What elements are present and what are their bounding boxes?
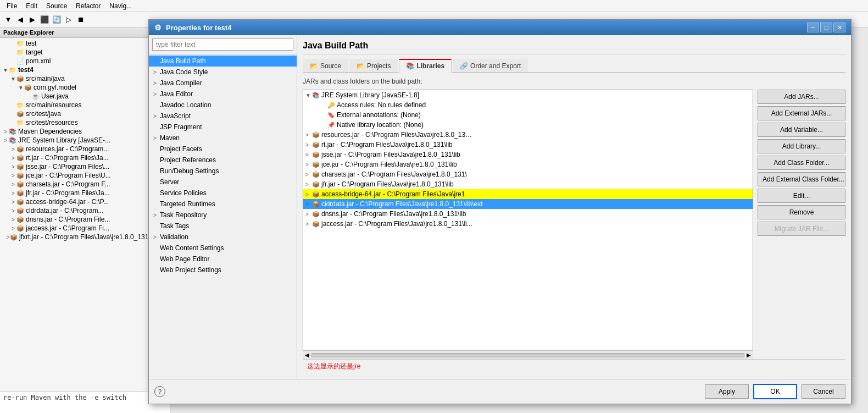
settings-item-maven[interactable]: > Maven	[149, 133, 297, 144]
lib-item-jce-jar-l[interactable]: > 📦 jce.jar - C:\Program Files\Java\jre1…	[303, 159, 753, 169]
toggle-test4[interactable]: ▼	[2, 67, 9, 73]
settings-item-project-references[interactable]: Project References	[149, 155, 297, 166]
tab-order-export[interactable]: 🔗 Order and Export	[453, 59, 528, 72]
libraries-tree[interactable]: ▼ 📚 JRE System Library [JavaSE-1.8] 🔑 Ac…	[303, 90, 753, 350]
settings-item-java-build-path[interactable]: Java Build Path	[149, 56, 297, 67]
menu-refactor[interactable]: Refactor	[71, 1, 105, 11]
toggle-access-bridge[interactable]: >	[10, 199, 16, 205]
lib-btn-add-variable[interactable]: Add Variable...	[758, 123, 845, 137]
settings-item-web-content-settings[interactable]: Web Content Settings	[149, 243, 297, 254]
tree-item-resources-jar[interactable]: > 📦 resources.jar - C:\Program...	[0, 145, 170, 153]
lib-toggle-cldrdata-l[interactable]: >	[305, 201, 312, 207]
lib-item-jfr-jar-l[interactable]: > 📦 jfr.jar - C:\Program Files\Java\jre1…	[303, 179, 753, 189]
toggle-resources-jar[interactable]: >	[10, 146, 16, 152]
h-scrollbar[interactable]: ◀ ▶	[303, 350, 753, 359]
si-toggle-java-editor[interactable]: >	[153, 91, 160, 97]
toggle-maven-deps[interactable]: >	[2, 129, 9, 135]
lib-toggle-jfr-jar-l[interactable]: >	[305, 181, 312, 188]
settings-item-service-policies[interactable]: Service Policies	[149, 188, 297, 199]
lib-btn-add-jars[interactable]: Add JARs...	[758, 90, 845, 104]
lib-item-cldrdata-l[interactable]: > 📦 cldrdata.jar - C:\Program Files\Java…	[303, 199, 753, 209]
menu-edit[interactable]: Edit	[21, 1, 42, 11]
settings-item-jsp-fragment[interactable]: JSP Fragment	[149, 122, 297, 133]
settings-item-task-tags[interactable]: Task Tags	[149, 221, 297, 232]
si-toggle-java-compiler[interactable]: >	[153, 80, 160, 86]
lib-item-jsse-jar-l[interactable]: > 📦 jsse.jar - C:\Program Files\Java\jre…	[303, 150, 753, 159]
ok-button[interactable]: OK	[753, 384, 797, 399]
tree-item-src-test-java[interactable]: 📦 src/test/java	[0, 109, 170, 118]
settings-item-task-repository[interactable]: > Task Repository	[149, 210, 297, 221]
toggle-com-gyf-model[interactable]: ▼	[18, 85, 24, 91]
menu-navig[interactable]: Navig...	[105, 1, 136, 11]
tree-item-jce-jar[interactable]: > 📦 jce.jar - C:\Program Files\U...	[0, 171, 170, 180]
settings-item-web-project-settings[interactable]: Web Project Settings	[149, 265, 297, 276]
settings-item-javadoc-location[interactable]: Javadoc Location	[149, 100, 297, 111]
tree-item-cldrdata[interactable]: > 📦 cldrdata.jar - C:\Program...	[0, 206, 170, 215]
tab-libraries[interactable]: 📚 Libraries	[399, 59, 452, 73]
cancel-button[interactable]: Cancel	[802, 384, 845, 399]
lib-btn-add-ext-class-folder[interactable]: Add External Class Folder...	[758, 172, 845, 186]
lib-btn-add-class-folder[interactable]: Add Class Folder...	[758, 156, 845, 170]
toggle-jaccess[interactable]: >	[10, 225, 16, 232]
dialog-minimize[interactable]: ─	[807, 23, 819, 32]
lib-toggle-resources-jar-l[interactable]: >	[305, 132, 312, 138]
tree-item-target[interactable]: 📁 target	[0, 48, 170, 57]
settings-item-java-editor[interactable]: > Java Editor	[149, 89, 297, 100]
toggle-rt-jar[interactable]: >	[10, 155, 16, 161]
toolbar-btn-6[interactable]: ▷	[63, 14, 75, 26]
settings-item-project-facets[interactable]: Project Facets	[149, 144, 297, 155]
lib-toggle-jaccess-l[interactable]: >	[305, 221, 312, 227]
tree-item-com-gyf-model[interactable]: ▼ 📦 com.gyf.model	[0, 83, 170, 92]
package-explorer-tree[interactable]: 📁 test 📁 target 📄 pom.xml ▼ 📁 test4 ▼ 📦 …	[0, 38, 170, 391]
settings-item-validation[interactable]: > Validation	[149, 232, 297, 243]
tree-item-jre-sys[interactable]: > 📚 JRE System Library [JavaSE-...	[0, 136, 170, 145]
lib-toggle-jce-jar-l[interactable]: >	[305, 162, 312, 168]
tree-item-rt-jar[interactable]: > 📦 rt.jar - C:\Program Files\Ja...	[0, 153, 170, 162]
tree-item-user-java[interactable]: ☕ User.java	[0, 92, 170, 101]
dialog-maximize[interactable]: □	[820, 23, 832, 32]
lib-toggle-charsets-jar-l[interactable]: >	[305, 172, 312, 178]
toolbar-btn-4[interactable]: ⬛	[38, 14, 51, 26]
tree-item-jsse-jar[interactable]: > 📦 jsse.jar - C:\Program Files\...	[0, 162, 170, 171]
settings-item-targeted-runtimes[interactable]: Targeted Runtimes	[149, 199, 297, 210]
apply-button[interactable]: Apply	[705, 384, 749, 399]
lib-btn-add-library[interactable]: Add Library...	[758, 139, 845, 153]
lib-item-rt-jar-l[interactable]: > 📦 rt.jar - C:\Program Files\Java\jre1.…	[303, 140, 753, 150]
si-toggle-maven[interactable]: >	[153, 135, 160, 141]
tab-source[interactable]: 📂 Source	[303, 59, 348, 72]
menu-file[interactable]: File	[2, 1, 21, 11]
si-toggle-task-repository[interactable]: >	[153, 212, 160, 218]
tree-item-jaccess[interactable]: > 📦 jaccess.jar - C:\Program Fi...	[0, 224, 170, 233]
menu-source[interactable]: Source	[42, 1, 71, 11]
lib-toggle-jre-system[interactable]: ▼	[305, 92, 312, 98]
si-toggle-validation[interactable]: >	[153, 234, 160, 240]
toggle-src-main-java[interactable]: ▼	[10, 76, 16, 82]
tab-projects[interactable]: 📂 Projects	[349, 59, 398, 72]
filter-input[interactable]	[152, 38, 293, 51]
settings-item-server[interactable]: Server	[149, 177, 297, 188]
tree-item-jfxrt[interactable]: > 📦 jfxrt.jar - C:\Program Files\Java\jr…	[0, 233, 170, 241]
lib-item-native-lib[interactable]: 📌 Native library location: (None)	[303, 120, 753, 130]
lib-toggle-access-bridge-l[interactable]: >	[305, 191, 312, 197]
scroll-left[interactable]: ◀	[305, 352, 309, 358]
toolbar-btn-2[interactable]: ◀	[14, 14, 26, 26]
scroll-right[interactable]: ▶	[747, 352, 751, 358]
dialog-close[interactable]: ✕	[833, 23, 845, 32]
help-button[interactable]: ?	[154, 386, 165, 397]
toolbar-btn-3[interactable]: ▶	[26, 14, 38, 26]
si-toggle-java-code-style[interactable]: >	[153, 69, 160, 75]
tree-item-maven-deps[interactable]: > 📚 Maven Dependencies	[0, 127, 170, 136]
tree-item-access-bridge[interactable]: > 📦 access-bridge-64.jar - C:\P...	[0, 197, 170, 206]
lib-btn-add-external-jars[interactable]: Add External JARs...	[758, 106, 845, 120]
toggle-cldrdata[interactable]: >	[10, 208, 16, 214]
tree-item-charsets-jar[interactable]: > 📦 charsets.jar - C:\Program F...	[0, 180, 170, 189]
tree-item-test[interactable]: 📁 test	[0, 39, 170, 48]
lib-item-jre-system[interactable]: ▼ 📚 JRE System Library [JavaSE-1.8]	[303, 90, 753, 100]
toggle-jsse-jar[interactable]: >	[10, 164, 16, 170]
lib-btn-remove[interactable]: Remove	[758, 205, 845, 219]
toggle-dnsns[interactable]: >	[10, 217, 16, 223]
lib-toggle-rt-jar-l[interactable]: >	[305, 142, 312, 148]
lib-item-dnsns-l[interactable]: > 📦 dnsns.jar - C:\Program Files\Java\jr…	[303, 209, 753, 219]
settings-item-java-code-style[interactable]: > Java Code Style	[149, 67, 297, 78]
tree-item-dnsns[interactable]: > 📦 dnsns.jar - C:\Program File...	[0, 215, 170, 224]
